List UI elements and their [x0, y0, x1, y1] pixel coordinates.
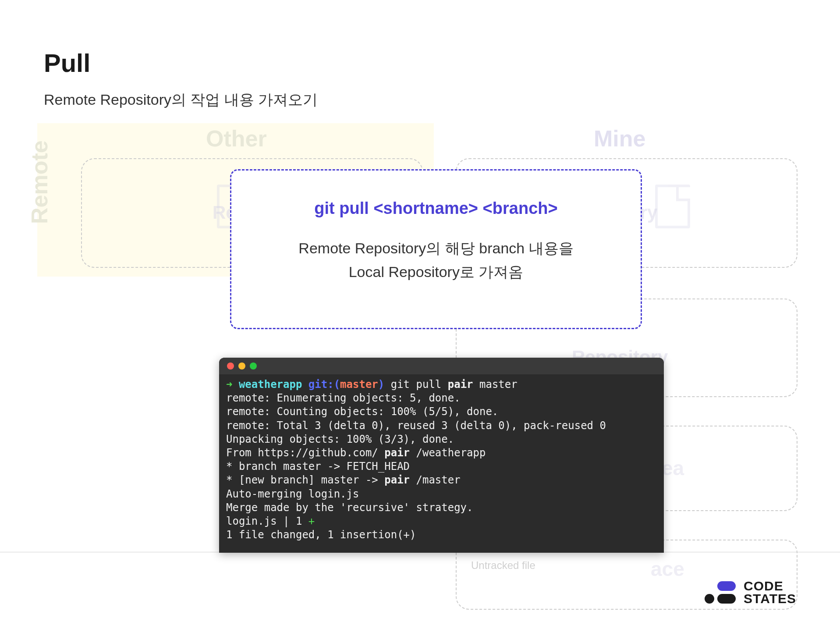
- terminal-line: 1 file changed, 1 insertion(+): [226, 528, 657, 542]
- command-description: Remote Repository의 해당 branch 내용을 Local R…: [249, 236, 623, 284]
- brand-logo: CODE STATES: [705, 580, 796, 605]
- untracked-file-label: Untracked file: [471, 559, 535, 572]
- workspace-label: ace: [651, 557, 684, 581]
- terminal-line: From https://github.com/ pair /weatherap…: [226, 446, 657, 460]
- prompt-arrow-icon: ➜: [226, 378, 232, 391]
- close-icon[interactable]: [227, 362, 234, 370]
- desc-line1: Remote Repository의 해당 branch 내용을: [298, 240, 573, 256]
- terminal-window: ➜ weatherapp git:(master) git pull pair …: [219, 358, 664, 553]
- terminal-line: * [new branch] master -> pair /master: [226, 473, 657, 487]
- logo-shapes-icon: [705, 581, 736, 604]
- diff-plus-icon: +: [308, 515, 315, 527]
- terminal-line: login.js | 1 +: [226, 515, 657, 528]
- minimize-icon[interactable]: [238, 362, 245, 370]
- prompt-branch: master: [340, 378, 378, 391]
- info-callout: git pull <shortname> <branch> Remote Rep…: [230, 169, 642, 329]
- terminal-titlebar: [219, 358, 664, 374]
- remote-section-label: Remote: [26, 140, 53, 224]
- prompt-directory: weatherapp: [239, 378, 302, 391]
- terminal-line: * branch master -> FETCH_HEAD: [226, 460, 657, 473]
- maximize-icon[interactable]: [250, 362, 257, 370]
- terminal-remote-name: pair: [448, 378, 473, 391]
- terminal-line: Unpacking objects: 100% (3/3), done.: [226, 433, 657, 446]
- desc-line2: Local Repository로 가져옴: [349, 263, 524, 280]
- slide-subtitle: Remote Repository의 작업 내용 가져오기: [44, 90, 796, 110]
- terminal-line: remote: Total 3 (delta 0), reused 3 (del…: [226, 419, 657, 433]
- terminal-command: git pull: [391, 378, 442, 391]
- terminal-line: remote: Enumerating objects: 5, done.: [226, 391, 657, 405]
- brand-name: CODE STATES: [744, 580, 796, 605]
- prompt-git-suffix: ): [378, 378, 384, 391]
- slide: Pull Remote Repository의 작업 내용 가져오기 Remot…: [0, 0, 840, 629]
- terminal-branch-arg: master: [479, 378, 517, 391]
- terminal-prompt-line: ➜ weatherapp git:(master) git pull pair …: [226, 378, 657, 391]
- slide-title: Pull: [44, 48, 796, 78]
- mine-column-label: Mine: [594, 125, 645, 152]
- prompt-git-prefix: git:(: [308, 378, 340, 391]
- terminal-line: Auto-merging login.js: [226, 487, 657, 501]
- terminal-line: Merge made by the 'recursive' strategy.: [226, 501, 657, 515]
- terminal-line: remote: Counting objects: 100% (5/5), do…: [226, 405, 657, 419]
- terminal-output: ➜ weatherapp git:(master) git pull pair …: [219, 374, 664, 545]
- other-column-label: Other: [206, 125, 267, 152]
- diagram-area: Remote Other Mine Rep ory Repository rea…: [44, 119, 796, 548]
- repo-folder-icon: [655, 185, 690, 228]
- git-command: git pull <shortname> <branch>: [249, 199, 623, 218]
